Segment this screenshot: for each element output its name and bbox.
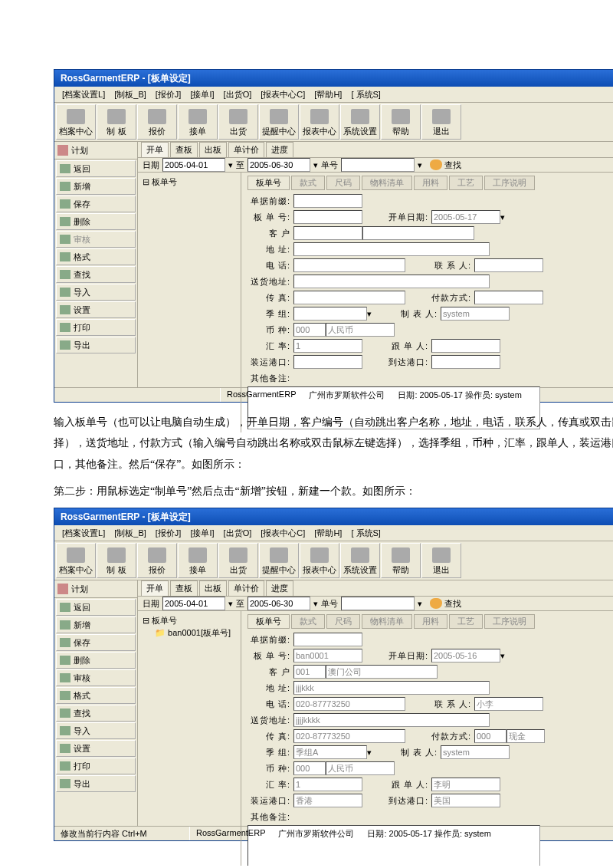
- in-kdrq2[interactable]: [431, 649, 500, 663]
- bill-input[interactable]: [341, 158, 415, 172]
- in-dz[interactable]: [293, 242, 490, 256]
- ftab-style[interactable]: 款式: [291, 176, 325, 190]
- ftab-size[interactable]: 尺码: [326, 176, 360, 190]
- menu-item[interactable]: [报价J]: [151, 87, 186, 102]
- side-search[interactable]: 查找: [56, 266, 136, 283]
- in-shdz[interactable]: [293, 275, 490, 288]
- side-new[interactable]: 新增: [56, 178, 136, 195]
- ftab-proc[interactable]: 工序说明: [484, 614, 535, 629]
- ftab-mat[interactable]: 用料: [414, 614, 447, 629]
- tb-order[interactable]: 接单: [178, 104, 218, 140]
- in-cz2[interactable]: [293, 729, 405, 743]
- tb-ship[interactable]: 出货: [218, 543, 258, 578]
- in-bz[interactable]: [293, 323, 326, 337]
- ftab-bdh[interactable]: 板单号: [247, 176, 290, 190]
- ftab-proc[interactable]: 工序说明: [484, 176, 535, 190]
- tb-settings[interactable]: 系统设置: [340, 104, 380, 140]
- in-fkfs[interactable]: [474, 291, 543, 304]
- in-zdr2[interactable]: [441, 745, 510, 759]
- tab-progress[interactable]: 进度: [266, 580, 293, 596]
- tb-order[interactable]: 接单: [178, 543, 218, 578]
- side-save[interactable]: 保存: [56, 196, 136, 212]
- in-prefix[interactable]: [293, 194, 362, 208]
- menu-item[interactable]: [ 系统S]: [346, 87, 385, 102]
- date-to[interactable]: [247, 158, 310, 172]
- menu-item[interactable]: [报价J]: [151, 526, 186, 541]
- side-search[interactable]: 查找: [56, 705, 136, 722]
- side-new[interactable]: 新增: [56, 616, 136, 633]
- menu-item[interactable]: [制板_B]: [110, 526, 151, 541]
- tb-settings[interactable]: 系统设置: [340, 543, 380, 578]
- tree-root2[interactable]: ⊟ 板单号: [139, 614, 239, 627]
- tb-remind[interactable]: 提醒中心: [259, 543, 299, 578]
- side-config[interactable]: 设置: [56, 740, 136, 757]
- in-gdr2[interactable]: [431, 778, 500, 791]
- date-to2[interactable]: [247, 597, 310, 610]
- side-export[interactable]: 导出: [56, 775, 136, 792]
- side-format[interactable]: 格式: [56, 687, 136, 704]
- in-fkfs2[interactable]: [474, 729, 506, 743]
- in-zygk2[interactable]: [293, 794, 362, 807]
- search-button[interactable]: 查找: [430, 159, 461, 171]
- menu-item[interactable]: [报表中心C]: [256, 87, 310, 102]
- tb-report[interactable]: 报表中心: [300, 543, 339, 578]
- tb-quote[interactable]: 报价: [137, 543, 177, 578]
- tb-remind[interactable]: 提醒中心: [259, 104, 299, 140]
- menu-item[interactable]: [出货O]: [219, 87, 257, 102]
- in-ddgk[interactable]: [431, 355, 500, 369]
- date-from[interactable]: [162, 158, 225, 172]
- menu-item[interactable]: [帮助H]: [310, 526, 346, 541]
- in-jz2[interactable]: [293, 745, 367, 759]
- in-ddgk2[interactable]: [431, 794, 500, 807]
- in-dz2[interactable]: [293, 681, 490, 695]
- in-cz[interactable]: [293, 291, 405, 304]
- side-top[interactable]: 计划: [54, 142, 137, 159]
- side-delete[interactable]: 删除: [56, 213, 136, 230]
- in-zdr[interactable]: [441, 307, 510, 321]
- menu-item[interactable]: [档案设置L]: [57, 87, 110, 102]
- in-khn[interactable]: [362, 226, 474, 240]
- in-dh2[interactable]: [293, 697, 405, 711]
- menu-item[interactable]: [ 系统S]: [346, 526, 385, 541]
- tab-open[interactable]: 开单: [141, 142, 169, 157]
- tree-root[interactable]: ⊟ 板单号: [139, 176, 239, 189]
- side-format[interactable]: 格式: [56, 248, 136, 265]
- in-kh2[interactable]: [293, 665, 326, 679]
- tb-quote[interactable]: 报价: [137, 104, 177, 140]
- side-back[interactable]: 返回: [56, 160, 136, 177]
- side-delete[interactable]: 删除: [56, 652, 136, 669]
- ftab-style[interactable]: 款式: [291, 614, 325, 629]
- tb-archive[interactable]: 档案中心: [56, 104, 96, 140]
- side-import[interactable]: 导入: [56, 284, 136, 301]
- ftab-bom[interactable]: 物料清单: [362, 176, 412, 190]
- in-kh[interactable]: [293, 226, 362, 240]
- tab-check[interactable]: 查板: [170, 580, 198, 596]
- ftab-mat[interactable]: 用料: [414, 176, 447, 190]
- tab-out[interactable]: 出板: [199, 580, 227, 596]
- side-save[interactable]: 保存: [56, 634, 136, 651]
- menu-item[interactable]: [报表中心C]: [256, 526, 310, 541]
- in-dh[interactable]: [293, 258, 405, 272]
- in-prefix2[interactable]: [293, 633, 362, 646]
- ftab-bdh[interactable]: 板单号: [247, 614, 290, 629]
- side-export[interactable]: 导出: [56, 337, 136, 353]
- tb-exit[interactable]: 退出: [421, 543, 461, 578]
- side-print[interactable]: 打印: [56, 319, 136, 336]
- side-back[interactable]: 返回: [56, 599, 136, 616]
- in-lxr2[interactable]: [474, 697, 543, 711]
- ftab-craft[interactable]: 工艺: [449, 176, 483, 190]
- tree-child[interactable]: 📁 ban0001[板单号]: [139, 627, 239, 639]
- menu-item[interactable]: [档案设置L]: [57, 526, 110, 541]
- tb-help[interactable]: 帮助: [381, 104, 421, 140]
- in-shdz2[interactable]: [293, 713, 490, 727]
- side-audit[interactable]: 审核: [56, 669, 136, 686]
- side-top[interactable]: 计划: [54, 580, 137, 598]
- tab-progress[interactable]: 进度: [266, 142, 293, 157]
- menu-item[interactable]: [接单I]: [185, 87, 218, 102]
- ftab-craft[interactable]: 工艺: [449, 614, 483, 629]
- tab-check[interactable]: 查板: [170, 142, 198, 157]
- tab-out[interactable]: 出板: [199, 142, 227, 157]
- side-print[interactable]: 打印: [56, 758, 136, 774]
- in-bdh2[interactable]: [293, 649, 362, 663]
- tab-open[interactable]: 开单: [141, 580, 169, 596]
